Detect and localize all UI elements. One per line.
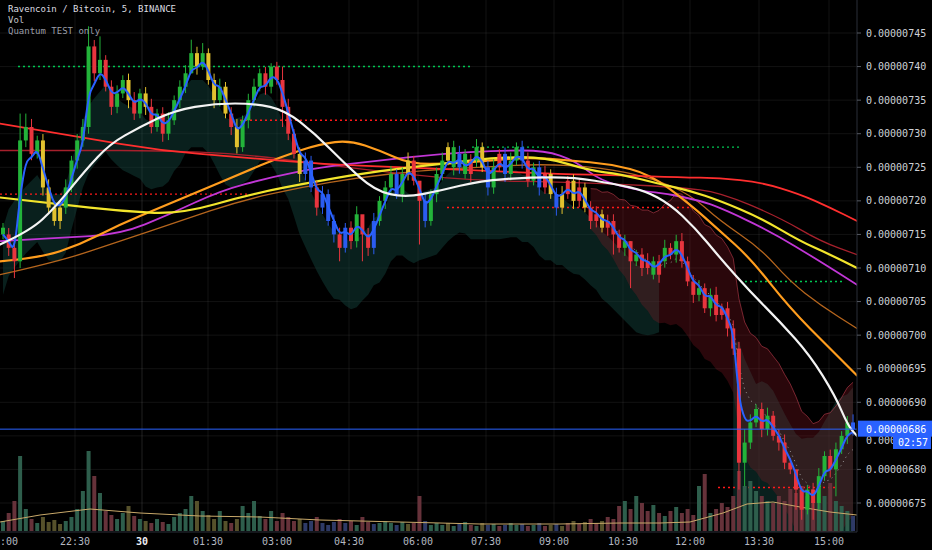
volume-bar [355,525,359,531]
volume-bar [674,507,678,531]
volume-bar [269,511,273,531]
volume-bar [686,509,690,531]
volume-bar [263,519,267,531]
volume-bar [549,525,553,531]
candle-body [58,208,62,221]
volume-bar [292,521,296,531]
price-axis-label: 0.00000720 [866,195,926,206]
volume-bar [629,509,633,531]
candle-body [92,46,96,73]
volume-bar [623,501,627,531]
volume-bar [406,524,410,531]
candle-body [600,214,604,227]
candle-body [121,80,125,93]
time-axis-label: 15:00 [814,536,844,547]
volume-bar [823,496,827,531]
volume-bar [589,519,593,531]
candle-body [811,490,815,503]
volume-bar [252,501,256,531]
volume-bar [144,521,148,531]
candle-body [754,409,758,422]
price-axis[interactable]: 0.000007450.000007400.000007350.00000730… [857,0,932,550]
volume-bar [640,503,644,531]
volume-bar [64,521,68,531]
volume-bar [315,517,319,531]
chart-canvas[interactable]: 0.000007450.000007400.000007350.00000730… [0,0,932,550]
time-axis-label: 21:00 [0,536,18,547]
time-axis[interactable]: 21:0022:303001:3003:0004:3006:0007:3009:… [0,532,857,550]
time-axis-label: 22:30 [60,536,90,547]
price-axis-label: 0.00000715 [866,229,926,240]
volume-bar [606,517,610,531]
volume-bar [383,521,387,531]
volume-bar [161,522,165,531]
price-axis-label: 0.00000740 [866,61,926,72]
price-axis-label: 0.00000700 [866,330,926,341]
volume-bar [372,524,376,531]
candle-body [503,154,507,174]
volume-bar [389,523,393,531]
volume-bar [52,520,56,531]
candle-body [406,161,410,174]
volume-bar [828,483,832,531]
volume-bar [206,515,210,531]
candle-body [98,60,102,73]
volume-bar [69,517,73,531]
candle-body [423,201,427,221]
volume-bar [343,523,347,531]
volume-bar [18,456,22,531]
candle-body [691,281,695,294]
price-axis-label: 0.00000690 [866,397,926,408]
price-axis-label: 0.00000745 [866,28,926,39]
volume-bar [320,523,324,531]
volume-bar [446,523,450,531]
candle-body [235,127,239,147]
last-price-label: 0.00000686 [866,424,926,435]
volume-bar [400,522,404,531]
volume-bar [697,486,701,531]
candle-body [743,443,747,463]
volume-bar [543,526,547,531]
volume-bar [743,486,747,531]
volume-bar [754,491,758,531]
candle-body [258,73,262,86]
price-axis-label: 0.00000735 [866,95,926,106]
volume-bar [246,513,250,531]
volume-bar [532,525,536,531]
candle-body [115,93,119,106]
volume-bar [75,509,79,531]
volume-bar [457,524,461,531]
volume-bar [634,496,638,531]
volume-bar [281,513,285,531]
time-axis-label: 10:30 [608,536,638,547]
volume-bar [440,525,444,531]
candle-body [24,127,28,140]
price-axis-label: 0.00000730 [866,128,926,139]
volume-bar [617,506,621,531]
price-axis-label: 0.00000725 [866,162,926,173]
volume-bar [554,524,558,531]
volume-bar [691,515,695,531]
volume-bar [646,511,650,531]
candle-body [748,422,752,442]
volume-bar [87,451,91,531]
candle-body [389,174,393,187]
volume-bar [24,509,28,531]
volume-bar [657,513,661,531]
candle-body [138,93,142,113]
volume-bar [851,516,855,531]
trading-chart-window: 0.000007450.000007400.000007350.00000730… [0,0,932,550]
time-axis-label: 03:00 [262,536,292,547]
volume-bar [783,501,787,531]
volume-bar [577,524,581,531]
volume-bar [98,493,102,531]
volume-bar [41,517,45,531]
volume-bar [417,496,421,531]
volume-bar [486,525,490,531]
volume-bar [731,496,735,531]
volume-bar [309,521,313,531]
volume-bar [435,523,439,531]
volume-bar [47,522,51,531]
volume-bar [514,525,518,531]
volume-bar [178,513,182,531]
